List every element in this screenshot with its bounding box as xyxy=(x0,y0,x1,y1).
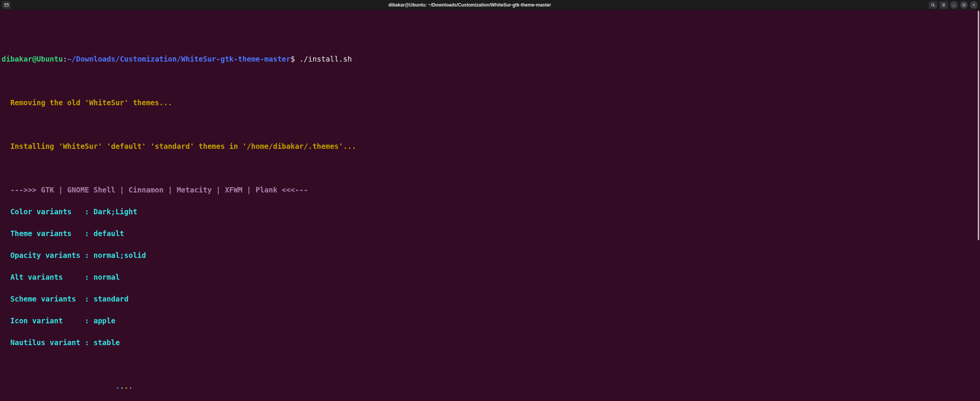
scrollbar[interactable] xyxy=(978,11,979,240)
output-text: Scheme variants : standard xyxy=(2,295,978,303)
progress-dots: .... xyxy=(2,383,978,390)
prompt-line: dibakar@Ubuntu:~/Downloads/Customization… xyxy=(2,55,978,63)
output-text: Color variants : Dark;Light xyxy=(2,208,978,215)
close-button[interactable] xyxy=(970,1,978,9)
output-text: Opacity variants : normal;solid xyxy=(2,252,978,259)
output-text: Theme variants : default xyxy=(2,230,978,237)
output-text: Nautilus variant : stable xyxy=(2,339,978,346)
terminal[interactable]: dibakar@Ubuntu:~/Downloads/Customization… xyxy=(0,10,980,401)
window-title: dibakar@Ubuntu: ~/Downloads/Customizatio… xyxy=(11,3,929,7)
prompt-user: dibakar@Ubuntu xyxy=(2,55,63,63)
output-text: Icon variant : apple xyxy=(2,317,978,324)
svg-line-3 xyxy=(934,6,935,7)
search-button[interactable] xyxy=(929,1,937,9)
minimize-button[interactable] xyxy=(950,1,958,9)
svg-rect-0 xyxy=(5,3,8,7)
output-text: --->>> GTK | GNOME Shell | Cinnamon | Me… xyxy=(2,186,978,194)
output-text: Alt variants : normal xyxy=(2,274,978,281)
new-tab-button[interactable] xyxy=(2,1,11,9)
hamburger-menu-button[interactable] xyxy=(939,1,948,9)
output-text: Installing 'WhiteSur' 'default' 'standar… xyxy=(2,143,978,150)
svg-point-2 xyxy=(931,3,934,6)
output-text: Removing the old 'WhiteSur' themes... xyxy=(2,99,978,106)
maximize-button[interactable] xyxy=(960,1,968,9)
svg-rect-8 xyxy=(963,4,965,6)
command-text: ./install.sh xyxy=(295,55,352,63)
titlebar: dibakar@Ubuntu: ~/Downloads/Customizatio… xyxy=(0,0,980,10)
prompt-path: ~/Downloads/Customization/WhiteSur-gtk-t… xyxy=(67,55,291,63)
